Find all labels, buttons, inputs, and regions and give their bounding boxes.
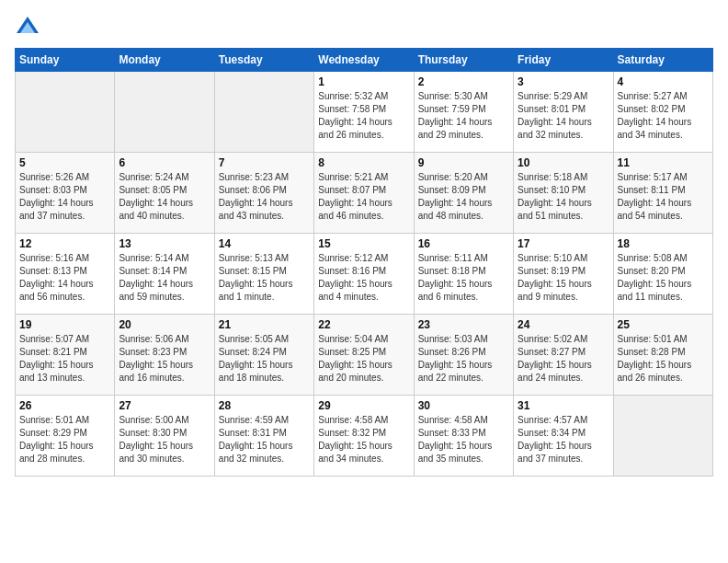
day-cell-11: 11Sunrise: 5:17 AMSunset: 8:11 PMDayligh… (613, 153, 712, 234)
day-detail: Sunrise: 5:17 AMSunset: 8:11 PMDaylight:… (618, 171, 709, 223)
day-number: 1 (318, 75, 409, 88)
calendar-week-4: 19Sunrise: 5:07 AMSunset: 8:21 PMDayligh… (16, 315, 713, 396)
day-number: 17 (518, 237, 609, 250)
day-detail: Sunrise: 5:32 AMSunset: 7:58 PMDaylight:… (318, 90, 409, 142)
day-cell-8: 8Sunrise: 5:21 AMSunset: 8:07 PMDaylight… (314, 153, 414, 234)
column-header-friday: Friday (514, 49, 613, 72)
day-cell-3: 3Sunrise: 5:29 AMSunset: 8:01 PMDaylight… (514, 72, 613, 153)
day-cell-12: 12Sunrise: 5:16 AMSunset: 8:13 PMDayligh… (16, 234, 115, 315)
day-detail: Sunrise: 5:00 AMSunset: 8:30 PMDaylight:… (119, 414, 210, 465)
column-header-sunday: Sunday (16, 49, 115, 72)
day-number: 7 (219, 156, 310, 169)
day-number: 8 (318, 156, 409, 169)
day-number: 19 (19, 318, 110, 331)
day-detail: Sunrise: 5:14 AMSunset: 8:14 PMDaylight:… (119, 252, 210, 304)
page-header (15, 15, 713, 40)
day-cell-18: 18Sunrise: 5:08 AMSunset: 8:20 PMDayligh… (613, 234, 712, 315)
day-cell-17: 17Sunrise: 5:10 AMSunset: 8:19 PMDayligh… (514, 234, 613, 315)
day-detail: Sunrise: 5:04 AMSunset: 8:25 PMDaylight:… (318, 333, 409, 385)
day-detail: Sunrise: 5:12 AMSunset: 8:16 PMDaylight:… (318, 252, 409, 304)
day-cell-16: 16Sunrise: 5:11 AMSunset: 8:18 PMDayligh… (414, 234, 513, 315)
day-cell-25: 25Sunrise: 5:01 AMSunset: 8:28 PMDayligh… (613, 315, 712, 396)
day-detail: Sunrise: 5:01 AMSunset: 8:28 PMDaylight:… (618, 333, 709, 385)
day-number: 15 (318, 237, 409, 250)
day-detail: Sunrise: 5:07 AMSunset: 8:21 PMDaylight:… (19, 333, 110, 385)
day-number: 6 (119, 156, 210, 169)
day-cell-15: 15Sunrise: 5:12 AMSunset: 8:16 PMDayligh… (314, 234, 414, 315)
day-number: 3 (518, 75, 609, 88)
logo (15, 15, 42, 40)
day-detail: Sunrise: 4:58 AMSunset: 8:33 PMDaylight:… (418, 414, 509, 465)
day-number: 25 (618, 318, 709, 331)
day-number: 29 (318, 399, 409, 412)
day-cell-19: 19Sunrise: 5:07 AMSunset: 8:21 PMDayligh… (16, 315, 115, 396)
day-number: 4 (618, 75, 709, 88)
day-detail: Sunrise: 5:29 AMSunset: 8:01 PMDaylight:… (518, 90, 609, 142)
day-detail: Sunrise: 5:27 AMSunset: 8:02 PMDaylight:… (618, 90, 709, 142)
day-number: 5 (19, 156, 110, 169)
day-number: 14 (219, 237, 310, 250)
day-detail: Sunrise: 5:10 AMSunset: 8:19 PMDaylight:… (518, 252, 609, 304)
day-cell-9: 9Sunrise: 5:20 AMSunset: 8:09 PMDaylight… (414, 153, 513, 234)
day-detail: Sunrise: 5:13 AMSunset: 8:15 PMDaylight:… (219, 252, 310, 304)
day-cell-1: 1Sunrise: 5:32 AMSunset: 7:58 PMDaylight… (314, 72, 414, 153)
day-detail: Sunrise: 5:20 AMSunset: 8:09 PMDaylight:… (418, 171, 509, 223)
empty-cell (214, 72, 313, 153)
day-number: 20 (119, 318, 210, 331)
day-detail: Sunrise: 4:59 AMSunset: 8:31 PMDaylight:… (219, 414, 310, 465)
day-number: 30 (418, 399, 509, 412)
day-cell-21: 21Sunrise: 5:05 AMSunset: 8:24 PMDayligh… (214, 315, 313, 396)
day-detail: Sunrise: 5:02 AMSunset: 8:27 PMDaylight:… (518, 333, 609, 385)
day-detail: Sunrise: 5:05 AMSunset: 8:24 PMDaylight:… (219, 333, 310, 385)
day-cell-2: 2Sunrise: 5:30 AMSunset: 7:59 PMDaylight… (414, 72, 513, 153)
day-cell-31: 31Sunrise: 4:57 AMSunset: 8:34 PMDayligh… (514, 396, 613, 477)
logo-icon (15, 15, 40, 40)
day-cell-6: 6Sunrise: 5:24 AMSunset: 8:05 PMDaylight… (115, 153, 214, 234)
day-number: 27 (119, 399, 210, 412)
calendar-header-row: SundayMondayTuesdayWednesdayThursdayFrid… (16, 49, 713, 72)
day-cell-20: 20Sunrise: 5:06 AMSunset: 8:23 PMDayligh… (115, 315, 214, 396)
day-number: 10 (518, 156, 609, 169)
day-detail: Sunrise: 5:23 AMSunset: 8:06 PMDaylight:… (219, 171, 310, 223)
day-detail: Sunrise: 5:30 AMSunset: 7:59 PMDaylight:… (418, 90, 509, 142)
day-cell-24: 24Sunrise: 5:02 AMSunset: 8:27 PMDayligh… (514, 315, 613, 396)
day-cell-26: 26Sunrise: 5:01 AMSunset: 8:29 PMDayligh… (16, 396, 115, 477)
day-detail: Sunrise: 5:24 AMSunset: 8:05 PMDaylight:… (119, 171, 210, 223)
day-number: 9 (418, 156, 509, 169)
empty-cell (115, 72, 214, 153)
day-cell-13: 13Sunrise: 5:14 AMSunset: 8:14 PMDayligh… (115, 234, 214, 315)
column-header-monday: Monday (115, 49, 214, 72)
day-number: 12 (19, 237, 110, 250)
day-cell-10: 10Sunrise: 5:18 AMSunset: 8:10 PMDayligh… (514, 153, 613, 234)
day-cell-14: 14Sunrise: 5:13 AMSunset: 8:15 PMDayligh… (214, 234, 313, 315)
day-cell-29: 29Sunrise: 4:58 AMSunset: 8:32 PMDayligh… (314, 396, 414, 477)
day-detail: Sunrise: 5:21 AMSunset: 8:07 PMDaylight:… (318, 171, 409, 223)
day-cell-7: 7Sunrise: 5:23 AMSunset: 8:06 PMDaylight… (214, 153, 313, 234)
column-header-wednesday: Wednesday (314, 49, 414, 72)
calendar-week-5: 26Sunrise: 5:01 AMSunset: 8:29 PMDayligh… (16, 396, 713, 477)
column-header-saturday: Saturday (613, 49, 712, 72)
day-number: 11 (618, 156, 709, 169)
empty-cell (16, 72, 115, 153)
day-cell-23: 23Sunrise: 5:03 AMSunset: 8:26 PMDayligh… (414, 315, 513, 396)
day-cell-22: 22Sunrise: 5:04 AMSunset: 8:25 PMDayligh… (314, 315, 414, 396)
day-detail: Sunrise: 4:58 AMSunset: 8:32 PMDaylight:… (318, 414, 409, 465)
day-detail: Sunrise: 4:57 AMSunset: 8:34 PMDaylight:… (518, 414, 609, 465)
day-number: 24 (518, 318, 609, 331)
day-number: 18 (618, 237, 709, 250)
day-cell-5: 5Sunrise: 5:26 AMSunset: 8:03 PMDaylight… (16, 153, 115, 234)
day-cell-4: 4Sunrise: 5:27 AMSunset: 8:02 PMDaylight… (613, 72, 712, 153)
day-detail: Sunrise: 5:11 AMSunset: 8:18 PMDaylight:… (418, 252, 509, 304)
day-number: 16 (418, 237, 509, 250)
day-cell-28: 28Sunrise: 4:59 AMSunset: 8:31 PMDayligh… (214, 396, 313, 477)
day-detail: Sunrise: 5:16 AMSunset: 8:13 PMDaylight:… (19, 252, 110, 304)
calendar: SundayMondayTuesdayWednesdayThursdayFrid… (15, 48, 713, 477)
day-number: 13 (119, 237, 210, 250)
day-number: 23 (418, 318, 509, 331)
day-detail: Sunrise: 5:06 AMSunset: 8:23 PMDaylight:… (119, 333, 210, 385)
day-number: 28 (219, 399, 310, 412)
day-detail: Sunrise: 5:08 AMSunset: 8:20 PMDaylight:… (618, 252, 709, 304)
calendar-week-3: 12Sunrise: 5:16 AMSunset: 8:13 PMDayligh… (16, 234, 713, 315)
day-number: 21 (219, 318, 310, 331)
day-number: 2 (418, 75, 509, 88)
